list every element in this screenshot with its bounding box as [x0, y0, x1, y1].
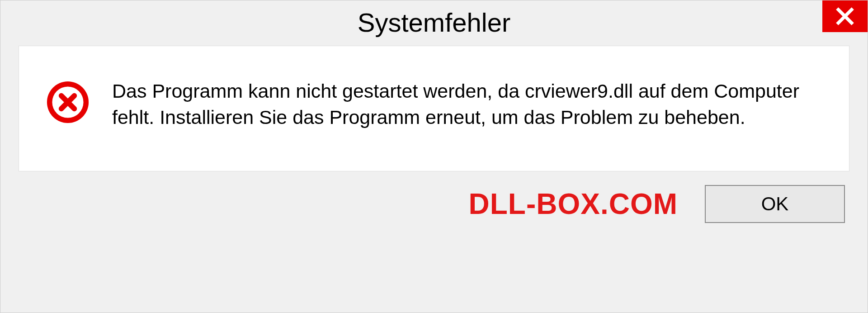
close-button[interactable]: [822, 0, 868, 32]
error-message: Das Programm kann nicht gestartet werden…: [112, 78, 822, 130]
watermark-text: DLL-BOX.COM: [469, 187, 678, 221]
message-panel: Das Programm kann nicht gestartet werden…: [19, 46, 849, 171]
ok-button[interactable]: OK: [705, 185, 845, 223]
dialog-title: Systemfehler: [358, 7, 510, 38]
error-icon: [46, 81, 90, 124]
close-icon: [835, 6, 855, 26]
dialog-footer: DLL-BOX.COM OK: [0, 171, 868, 223]
title-bar: Systemfehler: [0, 0, 868, 41]
